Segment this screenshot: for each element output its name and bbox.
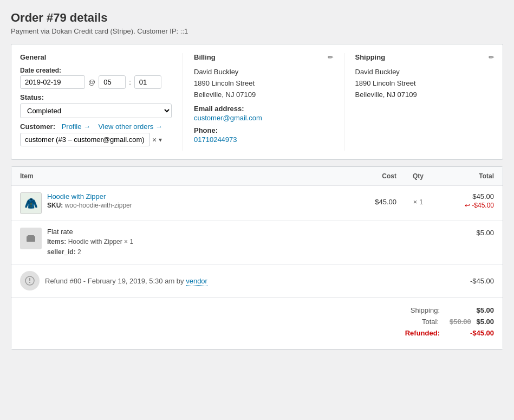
refund-row-amount: -$45.00 (470, 277, 494, 285)
item-name-link[interactable]: Hoodie with Zipper (47, 192, 106, 201)
item-qty: × 1 (396, 192, 440, 206)
item-row-hoodie: 🧥 Hoodie with Zipper SKU: woo-hoodie-wit… (11, 186, 503, 221)
flat-rate-meta: Items: Hoodie with Zipper × 1 seller_id:… (47, 237, 471, 257)
time-colon: : (129, 78, 131, 86)
billing-email-link[interactable]: customer@gmail.com (194, 114, 262, 122)
clear-customer-button[interactable]: × (152, 135, 157, 144)
total-label: Total: (374, 318, 439, 326)
refunded-row: Refunded: -$45.00 (20, 329, 494, 337)
date-input[interactable] (20, 75, 85, 89)
general-section: General Date created: @ : Status: Comple… (20, 53, 183, 151)
customer-label: Customer: Profile → View other orders → (20, 122, 172, 131)
billing-phone-link[interactable]: 01710244973 (194, 135, 237, 144)
at-sign: @ (88, 78, 95, 86)
table-row: 🧥 Hoodie with Zipper SKU: woo-hoodie-wit… (11, 186, 503, 221)
page-title: Order #79 details (11, 11, 503, 25)
flat-rate-total: $5.00 (476, 228, 494, 237)
status-select[interactable]: Completed (20, 104, 172, 118)
billing-section: Billing ✏ David Buckley 1890 Lincoln Str… (183, 53, 344, 151)
total-current: $5.00 (476, 318, 494, 326)
svg-rect-1 (28, 235, 34, 237)
shipping-edit-icon[interactable]: ✏ (489, 54, 494, 61)
customer-field: Customer: Profile → View other orders → … (20, 122, 172, 146)
order-subtitle: Payment via Dokan Credit card (Stripe). … (11, 27, 503, 35)
item-total: $45.00 ↩ -$45.00 (440, 192, 494, 209)
billing-city: Belleville, NJ 07109 (194, 89, 333, 101)
item-details: Hoodie with Zipper SKU: woo-hoodie-with-… (47, 192, 342, 209)
svg-rect-4 (29, 282, 30, 283)
col-cost-header: Cost (342, 172, 396, 180)
total-value: $50.00 $5.00 (450, 318, 494, 326)
customer-input[interactable] (20, 133, 150, 146)
refund-text: Refund #80 - February 19, 2019, 5:30 am … (45, 277, 465, 285)
totals-section: Shipping: $5.00 Total: $50.00 $5.00 Refu… (11, 298, 503, 349)
shipping-section-title: Shipping ✏ (355, 53, 495, 61)
time-hour-input[interactable] (99, 75, 126, 89)
time-minute-input[interactable] (134, 75, 161, 89)
item-thumbnail: 🧥 (20, 192, 42, 214)
top-panel: General Date created: @ : Status: Comple… (11, 44, 503, 160)
status-field: Status: Completed (20, 93, 172, 118)
shipping-total-value: $5.00 (451, 306, 494, 314)
billing-section-title: Billing ✏ (194, 53, 333, 61)
billing-email-field: Email address: customer@gmail.com (194, 105, 333, 122)
shipping-name: David Buckley (355, 67, 495, 78)
total-row: Total: $50.00 $5.00 (20, 318, 494, 326)
item-info: 🧥 Hoodie with Zipper SKU: woo-hoodie-wit… (20, 192, 342, 214)
refunded-value: -$45.00 (451, 329, 494, 337)
profile-link[interactable]: Profile → (62, 122, 90, 131)
item-sku: SKU: woo-hoodie-with-zipper (47, 202, 342, 209)
billing-phone-label: Phone: (194, 126, 333, 134)
billing-address: David Buckley 1890 Lincoln Street Bellev… (194, 67, 333, 100)
svg-rect-3 (29, 278, 30, 281)
refund-icon (20, 271, 40, 290)
shipping-total-row: Shipping: $5.00 (20, 306, 494, 314)
shipping-address1: 1890 Lincoln Street (355, 78, 495, 89)
billing-edit-icon[interactable]: ✏ (328, 54, 333, 61)
billing-address1: 1890 Lincoln Street (194, 78, 333, 89)
refund-arrow-icon: ↩ (465, 202, 470, 209)
col-total-header: Total (440, 172, 494, 180)
status-label: Status: (20, 93, 172, 101)
item-cost: $45.00 (342, 192, 396, 206)
flat-rate-name: Flat rate (47, 228, 471, 236)
general-section-title: General (20, 53, 172, 61)
billing-name: David Buckley (194, 67, 333, 78)
billing-email-label: Email address: (194, 105, 333, 113)
customer-dropdown-icon[interactable]: ▾ (159, 136, 162, 144)
shipping-total-label: Shipping: (375, 306, 440, 314)
shipping-row: Flat rate Items: Hoodie with Zipper × 1 … (11, 221, 503, 264)
items-table: Item Cost Qty Total 🧥 Hoodie with Zipper… (11, 166, 503, 350)
vendor-link[interactable]: vendor (186, 277, 207, 286)
shipping-city: Belleville, NJ 07109 (355, 89, 495, 101)
date-field: Date created: @ : (20, 67, 172, 89)
date-label: Date created: (20, 67, 172, 74)
shipping-section: Shipping ✏ David Buckley 1890 Lincoln St… (344, 53, 495, 151)
shipping-address: David Buckley 1890 Lincoln Street Bellev… (355, 67, 495, 100)
table-header: Item Cost Qty Total (11, 167, 503, 186)
flat-rate-details: Flat rate Items: Hoodie with Zipper × 1 … (47, 228, 471, 257)
refunded-label: Refunded: (375, 329, 440, 337)
billing-phone-field: Phone: 01710244973 (194, 126, 333, 144)
view-other-orders-link[interactable]: View other orders → (99, 122, 162, 131)
total-original: $50.00 (450, 318, 471, 326)
item-refund-amount: ↩ -$45.00 (440, 202, 494, 209)
flat-rate-icon (20, 228, 42, 249)
refund-row: Refund #80 - February 19, 2019, 5:30 am … (11, 264, 503, 298)
flat-rate-inner: Flat rate Items: Hoodie with Zipper × 1 … (20, 228, 494, 257)
col-item-header: Item (20, 172, 342, 180)
col-qty-header: Qty (396, 172, 440, 180)
